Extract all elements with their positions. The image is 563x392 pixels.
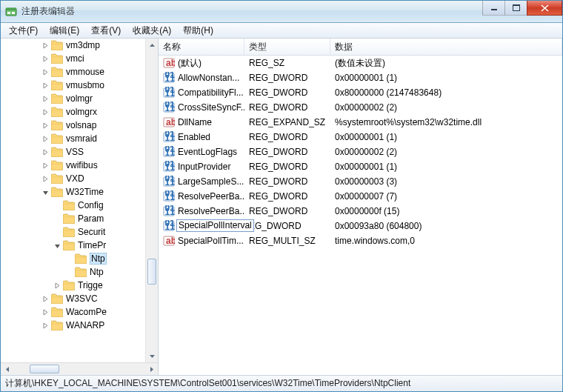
- minimize-button[interactable]: [482, 1, 504, 16]
- column-header-type[interactable]: 类型: [244, 39, 330, 55]
- tree-horizontal-scrollbar[interactable]: [1, 362, 158, 375]
- tree-item-label: Config: [78, 200, 104, 210]
- chevron-right-icon[interactable]: [39, 42, 51, 49]
- value-row[interactable]: abDllNameREG_EXPAND_SZ%systemroot%\syste…: [159, 115, 562, 130]
- svg-text:110: 110: [165, 192, 176, 202]
- value-name-cell: 011110EventLogFlags: [159, 146, 244, 158]
- menu-edit[interactable]: 编辑(E): [44, 23, 84, 39]
- scroll-up-button[interactable]: [146, 39, 158, 51]
- chevron-right-icon[interactable]: [39, 309, 51, 316]
- value-row[interactable]: 011110CompatibilityFl...REG_DWORD0x80000…: [159, 85, 562, 100]
- close-icon: [541, 4, 549, 12]
- value-row[interactable]: 011110InputProviderREG_DWORD0x00000001 (…: [159, 159, 562, 174]
- tree-item[interactable]: VSS: [1, 145, 158, 159]
- tree-item[interactable]: volmgr: [1, 92, 158, 105]
- registry-tree[interactable]: vm3dmpvmcivmmousevmusbmovolmgrvolmgrxvol…: [1, 39, 158, 362]
- maximize-button[interactable]: [504, 1, 527, 16]
- tree-item[interactable]: vmci: [1, 52, 158, 65]
- tree-item[interactable]: W32Time: [1, 185, 158, 199]
- menu-view[interactable]: 查看(V): [86, 23, 126, 39]
- rename-editbox[interactable]: SpecialPollInterval: [176, 219, 254, 232]
- chevron-down-icon[interactable]: [39, 189, 51, 196]
- value-row[interactable]: 011110LargeSampleS...REG_DWORD0x00000003…: [159, 174, 562, 189]
- menu-help[interactable]: 帮助(H): [178, 23, 219, 39]
- chevron-right-icon[interactable]: [39, 69, 51, 76]
- tree-item[interactable]: vm3dmp: [1, 39, 158, 52]
- tree-item-label: Param: [78, 213, 104, 224]
- value-row[interactable]: 011110ResolvePeerBa...REG_DWORD0x0000000…: [159, 189, 562, 204]
- tree-item[interactable]: Config: [1, 199, 158, 212]
- tree-item[interactable]: volsnap: [1, 119, 158, 132]
- tree-item-label: volmgrx: [66, 107, 97, 117]
- chevron-right-icon[interactable]: [39, 322, 51, 329]
- value-name-cell: 011110CrossSiteSyncF...: [159, 102, 244, 113]
- tree-item[interactable]: TimePr: [1, 239, 158, 252]
- tree-item-label: vmci: [66, 53, 84, 64]
- scroll-thumb-h[interactable]: [30, 365, 59, 373]
- chevron-right-icon[interactable]: [51, 282, 63, 289]
- scroll-left-button[interactable]: [1, 364, 13, 375]
- tree-item[interactable]: Securit: [1, 225, 158, 239]
- chevron-right-icon[interactable]: [39, 296, 51, 302]
- column-header-name[interactable]: 名称: [159, 39, 244, 55]
- value-name-cell: 011110CompatibilityFl...: [159, 87, 244, 99]
- menu-file[interactable]: 文件(F): [4, 23, 43, 39]
- tree-item[interactable]: vwifibus: [1, 159, 158, 172]
- value-name-cell: abDllName: [159, 116, 244, 128]
- menu-favorites[interactable]: 收藏夹(A): [127, 23, 176, 39]
- tree-item[interactable]: vmmouse: [1, 65, 158, 79]
- chevron-right-icon[interactable]: [39, 96, 51, 102]
- chevron-down-icon[interactable]: [51, 242, 63, 249]
- value-row[interactable]: 011110EventLogFlagsREG_DWORD0x00000002 (…: [159, 144, 562, 159]
- tree-item[interactable]: Ntp: [1, 265, 158, 279]
- chevron-right-icon[interactable]: [39, 149, 51, 156]
- chevron-right-icon[interactable]: [39, 82, 51, 89]
- value-data-cell: (数值未设置): [330, 57, 562, 70]
- menubar: 文件(F) 编辑(E) 查看(V) 收藏夹(A) 帮助(H): [1, 23, 562, 39]
- value-row[interactable]: ab(默认)REG_SZ(数值未设置): [159, 56, 562, 70]
- scroll-right-button[interactable]: [145, 364, 158, 375]
- tree-item-label: vsmraid: [66, 133, 97, 144]
- value-type-cell: REG_SZ: [244, 58, 330, 68]
- tree-item-label: TimePr: [78, 240, 106, 250]
- value-row[interactable]: 011110AllowNonstan...REG_DWORD0x00000001…: [159, 70, 562, 85]
- tree-item[interactable]: W3SVC: [1, 292, 158, 305]
- tree-item-label: WANARP: [66, 320, 104, 330]
- column-header-data[interactable]: 数据: [330, 39, 562, 55]
- value-row[interactable]: 011110ResolvePeerBa...REG_DWORD0x0000000…: [159, 204, 562, 219]
- svg-text:110: 110: [165, 103, 176, 113]
- tree-item[interactable]: Ntp: [1, 252, 158, 265]
- tree-item[interactable]: Trigge: [1, 279, 158, 292]
- value-type-cell: REG_DWORD: [244, 147, 330, 157]
- titlebar[interactable]: 注册表编辑器: [1, 1, 562, 23]
- scroll-thumb[interactable]: [147, 259, 156, 285]
- chevron-right-icon[interactable]: [39, 176, 51, 182]
- tree-vertical-scrollbar[interactable]: [145, 39, 158, 362]
- close-button[interactable]: [527, 1, 562, 16]
- tree-item[interactable]: vmusbmo: [1, 79, 158, 92]
- value-row[interactable]: abSpecialPollTim...REG_MULTI_SZtime.wind…: [159, 233, 562, 248]
- tree-item-label: VXD: [66, 173, 84, 184]
- value-name-cell: 011110ResolvePeerBa...: [159, 190, 244, 202]
- chevron-right-icon[interactable]: [39, 109, 51, 116]
- tree-item[interactable]: vsmraid: [1, 132, 158, 145]
- tree-item[interactable]: Param: [1, 212, 158, 225]
- scroll-down-button[interactable]: [146, 350, 158, 362]
- value-row[interactable]: 011110EnabledREG_DWORD0x00000001 (1): [159, 130, 562, 144]
- chevron-right-icon[interactable]: [39, 136, 51, 142]
- value-type-cell: REG_DWORD: [244, 176, 330, 187]
- svg-rect-2: [7, 12, 10, 14]
- values-list[interactable]: ab(默认)REG_SZ(数值未设置)011110AllowNonstan...…: [159, 56, 562, 375]
- value-row[interactable]: 011110CrossSiteSyncF...REG_DWORD0x000000…: [159, 100, 562, 115]
- chevron-right-icon[interactable]: [39, 162, 51, 169]
- tree-item[interactable]: WANARP: [1, 319, 158, 332]
- chevron-right-icon[interactable]: [39, 56, 51, 62]
- tree-item-label: Ntp: [90, 253, 107, 265]
- tree-item[interactable]: volmgrx: [1, 105, 158, 119]
- chevron-right-icon[interactable]: [39, 122, 51, 129]
- tree-item[interactable]: VXD: [1, 172, 158, 185]
- tree-item[interactable]: WacomPe: [1, 305, 158, 319]
- tree-item-label: vmmouse: [66, 67, 104, 77]
- scroll-track[interactable]: [146, 51, 158, 350]
- value-type-cell: REG_EXPAND_SZ: [244, 117, 330, 127]
